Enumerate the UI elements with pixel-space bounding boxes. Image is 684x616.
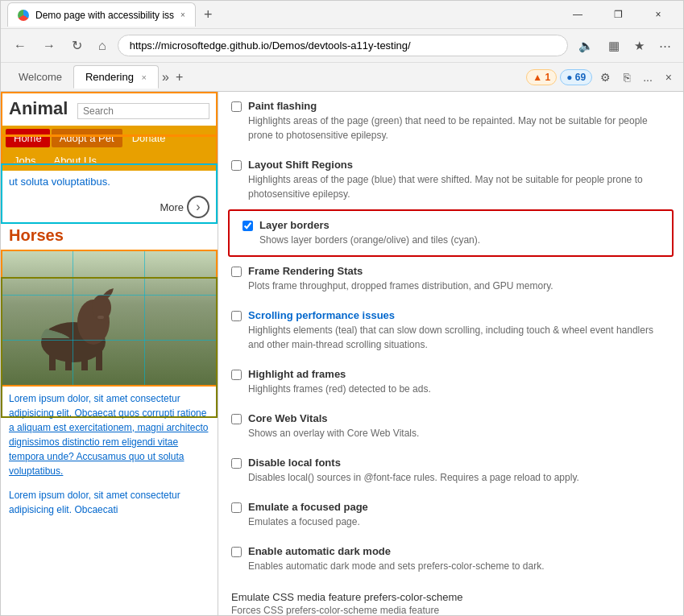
paint-flashing-row: Paint flashing Highlights areas of the p… <box>218 92 683 151</box>
devtools-actions: ▲ 1 ● 69 ⚙ ⎘ ... × <box>526 68 677 87</box>
site-header: Animal <box>1 92 218 126</box>
frame-rendering-title: Frame Rendering Stats <box>248 265 670 277</box>
paint-flashing-title: Paint flashing <box>248 100 670 112</box>
core-web-vitals-title: Core Web Vitals <box>248 412 670 424</box>
focused-page-content: Emulate a focused page Emulates a focuse… <box>248 501 670 529</box>
devtools-more-icon[interactable]: ... <box>638 68 657 87</box>
minimize-button[interactable]: — <box>559 2 596 27</box>
nav-about[interactable]: About Us <box>45 152 104 169</box>
focused-page-row: Emulate a focused page Emulates a focuse… <box>218 493 683 537</box>
browser-more-icon[interactable]: ⋯ <box>655 36 675 56</box>
nav-home[interactable]: Home <box>6 129 50 147</box>
frame-rendering-checkbox[interactable] <box>231 267 242 277</box>
frame-rendering-content: Frame Rendering Stats Plots frame throug… <box>248 265 670 293</box>
auto-dark-desc: Enables automatic dark mode and sets pre… <box>248 559 670 573</box>
warning-badge[interactable]: ▲ 1 <box>526 69 557 85</box>
disable-fonts-title: Disable local fonts <box>248 457 670 469</box>
scrolling-perf-title: Scrolling performance issues <box>248 309 670 321</box>
auto-dark-row: Enable automatic dark mode Enables autom… <box>218 537 683 581</box>
browser-tab[interactable]: Demo page with accessibility iss × <box>7 2 196 27</box>
paint-flashing-desc: Highlights areas of the page (green) tha… <box>248 114 670 143</box>
refresh-button[interactable]: ↻ <box>67 35 87 56</box>
site-lorem1: Lorem ipsum dolor, sit amet consectetur … <box>1 387 218 483</box>
layer-borders-checkbox[interactable] <box>243 221 253 231</box>
site-body-link[interactable]: ut soluta voluptatibus. <box>9 176 110 188</box>
highlight-ad-desc: Highlights frames (red) detected to be a… <box>248 382 670 396</box>
new-tab-button[interactable]: + <box>199 5 218 25</box>
horses-title: Horses <box>1 221 218 250</box>
color-scheme-desc: Forces CSS prefers-color-scheme media fe… <box>231 605 670 615</box>
home-button[interactable]: ⌂ <box>93 35 111 56</box>
highlight-ad-row: Highlight ad frames Highlights frames (r… <box>218 360 683 404</box>
core-web-vitals-checkbox[interactable] <box>231 414 242 424</box>
tab-rendering[interactable]: Rendering × <box>73 65 159 89</box>
core-web-vitals-row: Core Web Vitals Shows an overlay with Co… <box>218 404 683 449</box>
add-tab-button[interactable]: + <box>172 67 186 88</box>
tab-welcome[interactable]: Welcome <box>7 66 73 88</box>
devtools-tabbar: Welcome Rendering × » + ▲ 1 ● 69 ⚙ ⎘ ...… <box>1 63 683 92</box>
more-circle-icon[interactable]: › <box>187 196 209 218</box>
scrolling-perf-content: Scrolling performance issues Highlights … <box>248 309 670 352</box>
tab-close-icon[interactable]: × <box>180 10 185 19</box>
lorem-text-2: Lorem ipsum dolor, sit amet consectetur … <box>9 490 180 515</box>
lorem-link-1[interactable]: a aliquam est exercitationem, magni arch… <box>9 422 208 477</box>
color-scheme-section: Emulate CSS media feature prefers-color-… <box>218 581 683 615</box>
lorem-text-1: Lorem ipsum dolor, sit amet consectetur … <box>9 393 206 419</box>
devtools-close-icon[interactable]: × <box>661 68 677 87</box>
auto-dark-checkbox[interactable] <box>231 547 242 557</box>
back-button[interactable]: ← <box>9 35 31 56</box>
close-button[interactable]: × <box>640 2 677 27</box>
highlight-ad-content: Highlight ad frames Highlights frames (r… <box>248 368 670 396</box>
layout-shift-title: Layout Shift Regions <box>248 159 670 171</box>
grid-h1 <box>1 295 218 296</box>
highlight-ad-checkbox[interactable] <box>231 370 242 380</box>
grid-v2 <box>144 250 145 387</box>
forward-button[interactable]: → <box>38 35 60 56</box>
browser-frame: Demo page with accessibility iss × + — ❐… <box>0 0 684 616</box>
auto-dark-title: Enable automatic dark mode <box>248 545 670 557</box>
disable-fonts-checkbox[interactable] <box>231 458 242 469</box>
scrolling-perf-checkbox[interactable] <box>231 311 242 321</box>
frame-rendering-desc: Plots frame throughput, dropped frames d… <box>248 279 670 293</box>
address-bar: ← → ↻ ⌂ 🔈 ▦ ★ ⋯ <box>1 29 683 63</box>
settings-icon[interactable]: ⚙ <box>595 68 616 87</box>
main-area: Animal Home Adopt a Pet Donate Jobs Abou… <box>1 92 683 615</box>
paint-flashing-checkbox[interactable] <box>231 101 242 112</box>
site-body-text: ut soluta voluptatibus. <box>1 171 218 192</box>
layer-borders-content: Layer borders Shows layer borders (orang… <box>259 219 659 247</box>
scrolling-perf-row: Scrolling performance issues Highlights … <box>218 301 683 360</box>
disable-fonts-desc: Disables local() sources in @font-face r… <box>248 470 670 485</box>
layout-shift-checkbox[interactable] <box>231 160 242 171</box>
devtools-rendering-panel[interactable]: Paint flashing Highlights areas of the p… <box>218 92 683 615</box>
more-tabs-button[interactable]: » <box>159 67 172 88</box>
window-controls: — ❐ × <box>559 2 677 27</box>
warning-count: ▲ 1 <box>533 72 550 83</box>
focused-page-checkbox[interactable] <box>231 502 242 513</box>
site-search-input[interactable] <box>77 103 209 119</box>
info-badge[interactable]: ● 69 <box>560 69 592 85</box>
layout-shift-desc: Highlights areas of the page (blue) that… <box>248 172 670 201</box>
horse-image <box>1 250 218 387</box>
nav-donate[interactable]: Donate <box>124 129 174 147</box>
auto-dark-content: Enable automatic dark mode Enables autom… <box>248 545 670 573</box>
tab-area: Demo page with accessibility iss × + <box>7 2 559 27</box>
webpage-panel: Animal Home Adopt a Pet Donate Jobs Abou… <box>1 92 218 615</box>
site-nav: Home Adopt a Pet Donate <box>1 126 218 151</box>
layout-shift-row: Layout Shift Regions Highlights areas of… <box>218 151 683 209</box>
split-view-icon[interactable]: ▦ <box>604 36 624 56</box>
tab-rendering-close[interactable]: × <box>142 72 147 82</box>
read-aloud-icon[interactable]: 🔈 <box>574 36 598 56</box>
nav-adopt[interactable]: Adopt a Pet <box>52 129 122 147</box>
more-label: More <box>160 201 184 213</box>
restore-button[interactable]: ❐ <box>599 2 636 27</box>
disable-fonts-content: Disable local fonts Disables local() sou… <box>248 457 670 485</box>
address-input[interactable] <box>118 35 568 56</box>
dock-icon[interactable]: ⎘ <box>619 68 635 87</box>
more-btn-row: More › <box>1 192 218 221</box>
favorites-icon[interactable]: ★ <box>630 36 649 56</box>
nav-jobs[interactable]: Jobs <box>6 152 44 169</box>
core-web-vitals-content: Core Web Vitals Shows an overlay with Co… <box>248 412 670 440</box>
more-button[interactable]: More › <box>160 196 209 218</box>
layer-borders-title: Layer borders <box>259 219 659 231</box>
tab-title: Demo page with accessibility iss <box>35 10 174 21</box>
